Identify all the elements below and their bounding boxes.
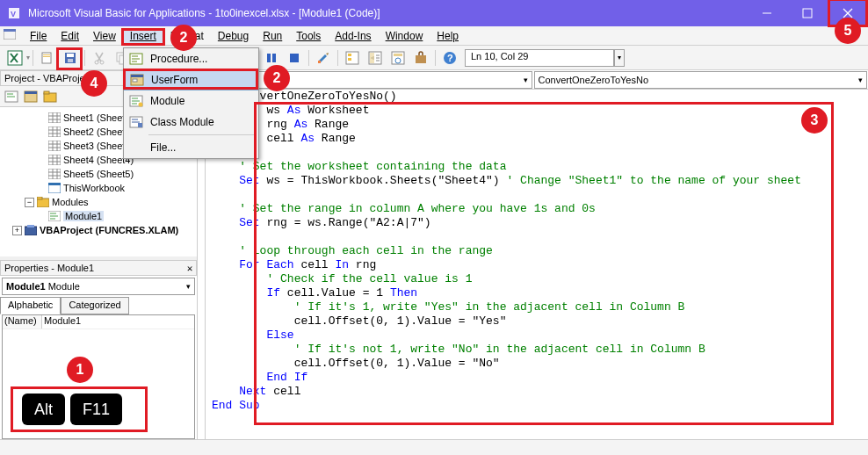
tab-categorized[interactable]: Categorized — [61, 297, 128, 314]
title-bar: V Microsoft Visual Basic for Application… — [0, 0, 868, 26]
dropdown-procedure[interactable]: Procedure... — [124, 48, 258, 69]
svg-rect-82 — [48, 169, 61, 179]
dropdown-module[interactable]: Module — [124, 90, 258, 112]
svg-rect-77 — [48, 155, 61, 165]
svg-rect-46 — [348, 58, 351, 61]
excel-icon[interactable] — [4, 47, 25, 69]
sheet-icon — [47, 168, 61, 180]
code-procedure-dropdown[interactable]: ConvertOneZeroToYesNo▾ — [534, 71, 868, 89]
tree-funcres[interactable]: +VBAProject (FUNCRES.XLAM) — [4, 223, 193, 237]
tree-modules-folder[interactable]: −Modules — [4, 195, 193, 209]
svg-rect-24 — [138, 123, 142, 127]
child-window-icon[interactable] — [4, 29, 23, 42]
tab-alphabetic[interactable]: Alphabetic — [0, 297, 61, 314]
module-icon — [127, 93, 145, 109]
view-code-icon[interactable] — [2, 87, 21, 106]
status-dropdown-arrow[interactable]: ▾ — [614, 49, 625, 67]
svg-rect-14 — [131, 75, 143, 77]
menu-insert[interactable]: Insert — [123, 28, 163, 44]
maximize-button[interactable] — [787, 0, 828, 26]
collapse-icon[interactable]: − — [25, 198, 34, 207]
menu-view[interactable]: View — [86, 28, 123, 44]
chevron-down-icon: ▾ — [524, 76, 528, 84]
svg-rect-28 — [43, 56, 50, 57]
design-mode-icon[interactable] — [313, 47, 334, 69]
svg-point-33 — [100, 61, 104, 64]
svg-rect-90 — [37, 197, 42, 199]
svg-rect-31 — [68, 59, 73, 62]
menu-run[interactable]: Run — [256, 28, 289, 44]
dropdown-classmodule[interactable]: Class Module — [124, 112, 258, 133]
window-title: Microsoft Visual Basic for Applications … — [28, 7, 747, 19]
menu-debug[interactable]: Debug — [211, 28, 256, 44]
menu-format[interactable]: Format — [163, 28, 211, 44]
folder-icon — [36, 196, 50, 208]
userform-icon — [128, 72, 146, 88]
properties-close-icon[interactable]: ✕ — [184, 263, 196, 274]
classmodule-icon — [127, 114, 145, 130]
insert-dropdown: Procedure... UserForm Module Class Modul… — [123, 47, 259, 159]
minimize-button[interactable] — [747, 0, 787, 26]
sheet-icon — [47, 112, 61, 124]
svg-rect-67 — [48, 126, 61, 137]
help-icon[interactable]: ? — [439, 47, 460, 69]
svg-rect-42 — [290, 54, 299, 62]
svg-rect-96 — [27, 225, 34, 228]
svg-point-20 — [139, 103, 143, 107]
menu-addins[interactable]: Add-Ins — [328, 28, 378, 44]
menu-help[interactable]: Help — [430, 28, 466, 44]
properties-icon[interactable] — [365, 47, 386, 69]
chevron-down-icon: ▾ — [186, 282, 191, 291]
cursor-position: Ln 10, Col 29 — [465, 49, 614, 67]
project-icon — [24, 224, 38, 236]
break-icon[interactable] — [261, 47, 282, 69]
property-row-name[interactable]: (Name) Module1 — [3, 315, 194, 329]
svg-rect-27 — [43, 54, 50, 55]
menu-bar: File Edit View Insert Format Debug Run T… — [0, 26, 868, 46]
svg-point-32 — [95, 61, 98, 64]
menu-edit[interactable]: Edit — [54, 28, 86, 44]
workbook-icon — [47, 182, 61, 194]
save-icon[interactable] — [60, 47, 81, 69]
menu-file[interactable]: File — [23, 28, 54, 44]
tree-thisworkbook[interactable]: ThisWorkbook — [4, 181, 193, 195]
toggle-folders-icon[interactable] — [40, 87, 60, 106]
menu-tools[interactable]: Tools — [289, 28, 328, 44]
reset-icon[interactable] — [284, 47, 305, 69]
svg-rect-61 — [44, 91, 49, 94]
svg-text:?: ? — [447, 53, 453, 63]
cut-icon[interactable] — [89, 47, 110, 69]
toolbox-icon[interactable] — [410, 47, 431, 69]
sheet-icon — [47, 154, 61, 166]
menu-window[interactable]: Window — [379, 28, 430, 44]
svg-rect-62 — [48, 112, 61, 123]
svg-rect-45 — [348, 54, 351, 56]
dropdown-userform[interactable]: UserForm — [124, 69, 258, 90]
new-icon[interactable] — [37, 47, 58, 69]
sheet-icon — [47, 126, 61, 138]
svg-rect-8 — [4, 29, 16, 32]
tree-module1[interactable]: Module1 — [4, 209, 193, 223]
key-alt: Alt — [22, 394, 65, 425]
svg-rect-40 — [267, 54, 271, 62]
svg-rect-88 — [48, 183, 61, 185]
svg-rect-52 — [416, 55, 426, 63]
status-bar — [0, 439, 868, 455]
close-button[interactable] — [828, 0, 868, 26]
svg-rect-26 — [42, 53, 51, 63]
project-explorer-icon[interactable] — [342, 47, 363, 69]
sheet-icon — [47, 140, 61, 152]
code-editor[interactable]: Sub ConvertOneZeroToYesNo() Dim ws As Wo… — [198, 90, 868, 439]
svg-rect-15 — [133, 79, 137, 82]
svg-rect-95 — [25, 227, 37, 235]
module-icon — [47, 210, 61, 222]
object-browser-icon[interactable] — [387, 47, 409, 69]
svg-rect-59 — [25, 91, 37, 94]
dropdown-file[interactable]: File... — [124, 137, 258, 158]
tree-sheet5[interactable]: Sheet5 (Sheet5) — [4, 167, 193, 181]
svg-text:V: V — [11, 10, 16, 18]
svg-rect-43 — [318, 61, 321, 63]
properties-object-selector[interactable]: Module1 Module ▾ — [2, 278, 195, 295]
expand-icon[interactable]: + — [12, 226, 22, 235]
view-object-icon[interactable] — [21, 87, 40, 106]
